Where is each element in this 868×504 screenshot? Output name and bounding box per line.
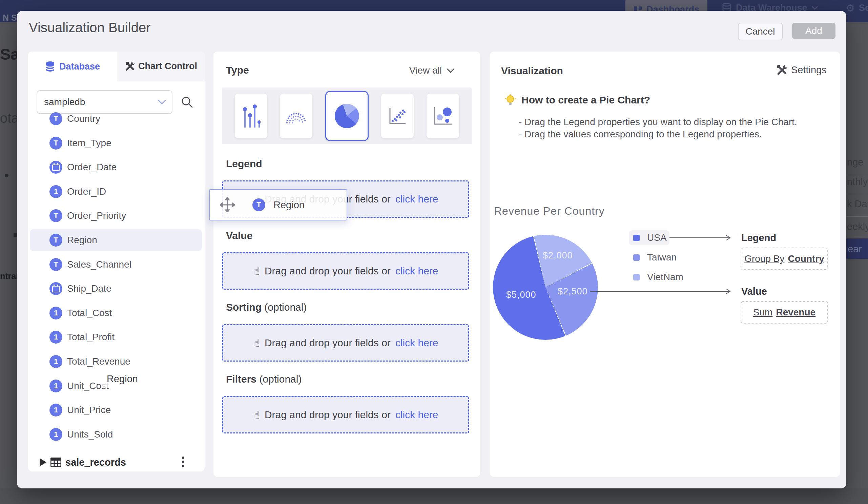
- click-here-link[interactable]: click here: [395, 337, 438, 349]
- field-row-order_priority[interactable]: TOrder_Priority: [28, 205, 205, 226]
- field-row-units_sold[interactable]: 1Units_Sold: [28, 424, 205, 445]
- builder-panel: Type View all: [214, 52, 480, 477]
- dragged-field-label: Region: [273, 200, 304, 211]
- bg-text-fragment: ota: [0, 111, 19, 126]
- chart-title: Revenue Per Country: [494, 205, 605, 218]
- chevron-down-icon: [157, 99, 166, 105]
- settings-button[interactable]: Settings: [776, 64, 827, 75]
- field-label: Total_Profit: [67, 332, 114, 343]
- howto-tip: - Drag the values corresponding to the L…: [519, 129, 762, 140]
- divider: [846, 175, 868, 175]
- database-icon: [45, 61, 55, 72]
- field-list: TCountryTItem_TypeOrder_Date1Order_IDTOr…: [28, 108, 205, 457]
- click-here-link[interactable]: click here: [395, 409, 438, 421]
- chart-type-lollipop[interactable]: [235, 94, 267, 138]
- field-label: Order_Date: [67, 162, 116, 173]
- filters-section-label: Filters (optional): [226, 373, 301, 385]
- number-field-icon: 1: [50, 428, 62, 441]
- field-label: Order_Priority: [67, 210, 126, 221]
- legend-item-vietnam[interactable]: VietNam: [633, 271, 683, 283]
- field-row-unit_price[interactable]: 1Unit_Price: [28, 399, 205, 421]
- date-field-icon: [50, 161, 62, 174]
- chart-type-strip: [222, 88, 472, 144]
- visualization-builder-modal: Visualization Builder Cancel Add Databas…: [17, 11, 846, 488]
- table-row-sale-records[interactable]: sale_records: [28, 452, 205, 472]
- slice-value-label: $2,500: [558, 286, 588, 297]
- text-field-icon: T: [252, 199, 265, 211]
- number-field-icon: 1: [50, 185, 62, 198]
- slice-value-label: $5,000: [506, 290, 536, 300]
- click-here-link[interactable]: click here: [395, 193, 438, 205]
- number-field-icon: 1: [50, 404, 62, 416]
- add-button[interactable]: Add: [792, 23, 836, 39]
- field-row-region[interactable]: TRegion: [28, 229, 205, 251]
- pie-chart-icon: [335, 104, 359, 128]
- legend-arrow: [670, 235, 733, 241]
- date-field-icon: [50, 282, 62, 295]
- value-dropzone[interactable]: ☝ Drag and drop your fields or click her…: [222, 252, 469, 290]
- tab-chart-control[interactable]: Chart Control: [117, 52, 205, 81]
- chart-type-scatter[interactable]: [381, 94, 414, 138]
- text-field-icon: T: [50, 112, 62, 125]
- click-here-link[interactable]: click here: [395, 265, 438, 277]
- tap-hand-icon: ☝: [253, 264, 259, 278]
- kebab-menu-icon[interactable]: [182, 455, 185, 470]
- field-label: Units_Sold: [67, 429, 113, 440]
- database-panel: Database Chart Control sampledb TCountry…: [28, 52, 205, 472]
- sorting-dropzone[interactable]: ☝ Drag and drop your fields or click her…: [222, 324, 469, 362]
- slice-value-label: $2,000: [543, 250, 573, 261]
- legend-label: Taiwan: [647, 252, 676, 263]
- field-row-total_cost[interactable]: 1Total_Cost: [28, 302, 205, 324]
- cancel-button[interactable]: Cancel: [738, 23, 783, 40]
- bg-menu-item: nthly: [847, 177, 868, 188]
- field-row-order_date[interactable]: Order_Date: [28, 157, 205, 178]
- number-field-icon: 1: [50, 355, 62, 368]
- legend-color-chip: [633, 274, 640, 281]
- expand-triangle-icon[interactable]: [40, 458, 46, 466]
- field-row-total_profit[interactable]: 1Total_Profit: [28, 326, 205, 348]
- bg-menu-item: eekly: [847, 221, 868, 232]
- number-field-icon: 1: [50, 331, 62, 344]
- legend-item-taiwan[interactable]: Taiwan: [633, 251, 676, 264]
- legend-mapping-heading: Legend: [741, 232, 776, 243]
- field-label: Country: [67, 113, 100, 124]
- legend-color-chip: [633, 254, 640, 261]
- view-all-dropdown[interactable]: View all: [409, 65, 455, 76]
- table-name: sale_records: [65, 457, 126, 468]
- divider: [846, 194, 868, 194]
- field-row-sales_channel[interactable]: TSales_Channel: [28, 254, 205, 275]
- bg-menu-item: nge: [847, 157, 868, 168]
- filters-dropzone[interactable]: ☝ Drag and drop your fields or click her…: [222, 396, 469, 433]
- dragged-field-chip[interactable]: T Region: [209, 189, 347, 221]
- howto-header: How to create a Pie Chart?: [505, 94, 650, 106]
- move-cursor-icon: [220, 198, 235, 212]
- chevron-down-icon: [446, 68, 455, 73]
- chart-type-bubble[interactable]: [426, 94, 459, 138]
- screen: NSIDER Dashboards Data Warehouse ⚙ Setti…: [0, 0, 868, 504]
- bg-menu-item-label: ear: [848, 243, 862, 255]
- nav-settings[interactable]: ⚙ Settings: [846, 0, 868, 16]
- chart-type-arc[interactable]: [280, 94, 312, 138]
- chart-type-pie-selected[interactable]: [325, 91, 369, 141]
- tap-hand-icon: ☝: [253, 336, 259, 349]
- tap-hand-icon: ☝: [253, 409, 259, 421]
- field-row-ship_date[interactable]: Ship_Date: [28, 278, 205, 300]
- field-row-order_id[interactable]: 1Order_ID: [28, 181, 205, 202]
- field-label: Item_Type: [67, 138, 112, 149]
- search-icon[interactable]: [181, 96, 193, 108]
- field-row-country[interactable]: TCountry: [28, 108, 205, 130]
- legend-label: VietNam: [647, 272, 683, 283]
- sum-box[interactable]: Sum Revenue: [741, 301, 828, 324]
- database-select-value: sampledb: [44, 97, 157, 108]
- field-label: Order_ID: [67, 186, 106, 197]
- legend-color-chip: [633, 235, 640, 241]
- field-label: Total_Cost: [67, 308, 112, 319]
- field-row-item_type[interactable]: TItem_Type: [28, 132, 205, 154]
- value-section-label: Value: [226, 230, 252, 242]
- tab-database[interactable]: Database: [28, 52, 117, 81]
- legend-item-usa[interactable]: USA: [633, 231, 667, 244]
- visualization-title: Visualization: [501, 65, 563, 77]
- field-row-total_revenue[interactable]: 1Total_Revenue: [28, 351, 205, 372]
- text-field-icon: T: [50, 209, 62, 222]
- group-by-box[interactable]: Group By Country: [741, 248, 828, 270]
